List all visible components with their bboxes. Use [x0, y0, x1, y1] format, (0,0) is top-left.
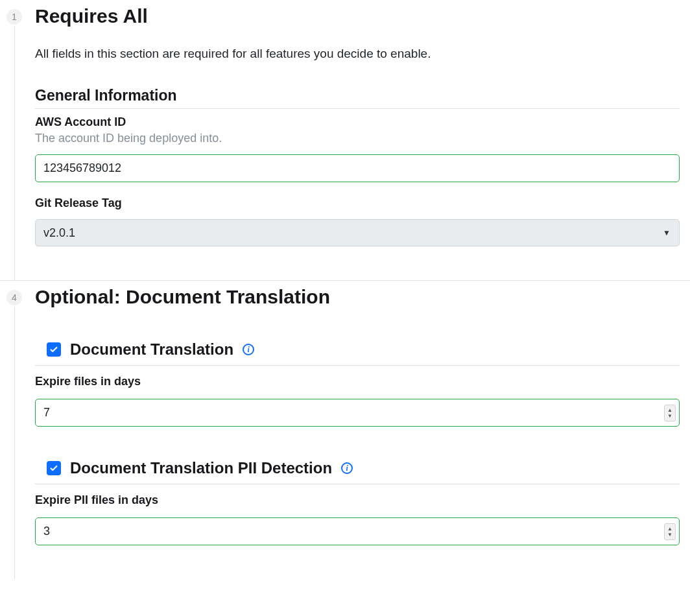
group-title-general-information: General Information [35, 87, 680, 109]
step-requires-all: 1 Requires All All fields in this sectio… [0, 0, 690, 281]
field-label: AWS Account ID [35, 115, 680, 129]
feature-title: Document Translation PII Detection [70, 459, 332, 477]
number-stepper[interactable]: ▲▼ [664, 405, 676, 421]
chevron-down-icon: ▼ [667, 413, 672, 419]
field-aws-account-id: AWS Account ID The account ID being depl… [35, 115, 680, 182]
info-icon[interactable]: i [243, 344, 254, 355]
number-stepper[interactable]: ▲▼ [664, 523, 676, 540]
field-hint: The account ID being deployed into. [35, 132, 680, 145]
chevron-up-icon: ▲ [667, 526, 672, 532]
check-icon [49, 345, 58, 354]
field-label: Expire PII files in days [35, 493, 680, 507]
field-expire-pii-files: Expire PII files in days ▲▼ [35, 493, 680, 545]
feature-document-translation-pii: Document Translation PII Detection i Exp… [35, 459, 680, 545]
step-document-translation: 4 Optional: Document Translation Documen… [0, 281, 690, 579]
feature-document-translation: Document Translation i Expire files in d… [35, 340, 680, 427]
field-label: Git Release Tag [35, 196, 680, 210]
document-translation-pii-checkbox[interactable] [47, 461, 61, 475]
field-git-release-tag: Git Release Tag v2.0.1 ▼ [35, 196, 680, 246]
chevron-down-icon: ▼ [667, 532, 672, 538]
document-translation-checkbox[interactable] [47, 342, 61, 357]
step-description: All fields in this section are required … [35, 47, 680, 61]
aws-account-id-input[interactable] [35, 154, 680, 182]
feature-title: Document Translation [70, 340, 233, 359]
chevron-up-icon: ▲ [667, 407, 672, 413]
step-title: Requires All [35, 0, 680, 27]
info-icon[interactable]: i [341, 462, 353, 474]
git-release-tag-select[interactable]: v2.0.1 [35, 219, 680, 246]
step-number-badge: 4 [6, 290, 22, 305]
field-label: Expire files in days [35, 375, 680, 388]
step-number-badge: 1 [6, 9, 22, 25]
check-icon [49, 464, 58, 473]
step-title: Optional: Document Translation [35, 281, 680, 308]
field-expire-files: Expire files in days ▲▼ [35, 375, 680, 427]
expire-files-input[interactable] [35, 399, 680, 427]
expire-pii-files-input[interactable] [35, 517, 680, 545]
